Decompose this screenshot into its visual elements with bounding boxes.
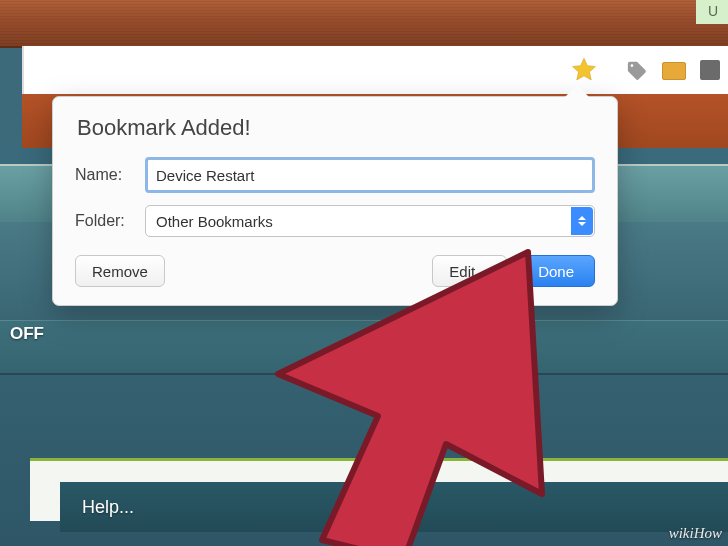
content-band-3 <box>0 320 728 375</box>
folder-select[interactable]: Other Bookmarks <box>145 205 595 237</box>
tag-icon[interactable] <box>626 60 648 82</box>
done-button[interactable]: Done <box>517 255 595 287</box>
browser-omnibar <box>22 46 728 94</box>
name-label: Name: <box>75 166 145 184</box>
toolbar-widget-yellow[interactable] <box>662 62 686 80</box>
corner-badge: U <box>696 0 728 24</box>
select-caret-icon <box>571 207 593 235</box>
edit-button[interactable]: Edit… <box>432 255 507 287</box>
help-label: Help... <box>82 497 134 518</box>
folder-label: Folder: <box>75 212 145 230</box>
popover-title: Bookmark Added! <box>77 115 595 141</box>
off-label: OFF <box>10 324 44 344</box>
watermark: wikiHow <box>669 525 722 542</box>
bookmark-name-input[interactable] <box>145 157 595 193</box>
help-bar[interactable]: Help... <box>60 482 728 532</box>
window-titlebar <box>0 0 728 48</box>
bookmark-popover: Bookmark Added! Name: Folder: Other Book… <box>52 96 618 306</box>
toolbar-widget-grey[interactable] <box>700 60 720 80</box>
remove-button[interactable]: Remove <box>75 255 165 287</box>
